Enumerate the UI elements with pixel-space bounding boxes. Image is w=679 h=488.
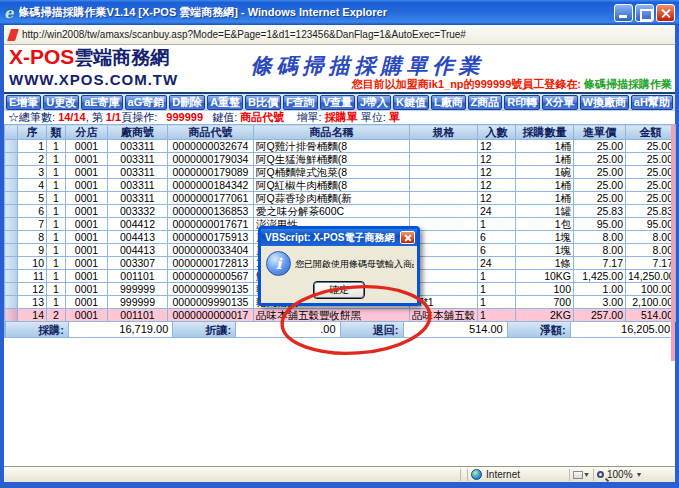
- row-selector[interactable]: [5, 257, 18, 270]
- table-cell[interactable]: 100: [516, 283, 574, 296]
- toolbar-button[interactable]: aE寄庫: [81, 95, 122, 110]
- table-cell[interactable]: 1條: [516, 257, 574, 270]
- table-cell[interactable]: [410, 166, 478, 179]
- table-cell[interactable]: 003311: [108, 166, 168, 179]
- table-cell[interactable]: 0001: [66, 270, 108, 283]
- toolbar-button[interactable]: aG寄銷: [125, 95, 168, 110]
- table-cell[interactable]: 1: [47, 179, 66, 192]
- protected-mode-icon[interactable]: [573, 471, 583, 479]
- table-cell[interactable]: 25.00: [574, 166, 626, 179]
- table-cell[interactable]: 12: [18, 283, 47, 296]
- table-cell[interactable]: 003311: [108, 179, 168, 192]
- table-cell[interactable]: 1塊: [516, 231, 574, 244]
- table-cell[interactable]: 0000000177061: [168, 192, 254, 205]
- minimize-button[interactable]: [614, 4, 633, 22]
- table-cell[interactable]: 0000000136853: [168, 205, 254, 218]
- table-cell[interactable]: 003311: [108, 153, 168, 166]
- row-selector[interactable]: [5, 218, 18, 231]
- table-cell[interactable]: 003311: [108, 192, 168, 205]
- table-cell[interactable]: 0000000033404: [168, 244, 254, 257]
- table-cell[interactable]: 13: [18, 296, 47, 309]
- table-cell[interactable]: 514.00: [626, 309, 676, 322]
- toolbar-button[interactable]: D刪除: [169, 95, 205, 110]
- table-cell[interactable]: 0001: [66, 205, 108, 218]
- table-cell[interactable]: 1.00: [574, 283, 626, 296]
- table-cell[interactable]: 阿Q蒜香珍肉桶麵(新: [254, 192, 410, 205]
- table-cell[interactable]: 95.00: [574, 218, 626, 231]
- table-cell[interactable]: 1: [47, 166, 66, 179]
- table-cell[interactable]: 25.00: [626, 153, 676, 166]
- table-cell[interactable]: 1: [47, 153, 66, 166]
- table-cell[interactable]: 1桶: [516, 179, 574, 192]
- row-selector[interactable]: [5, 140, 18, 153]
- table-cell[interactable]: 6: [478, 244, 516, 257]
- table-cell[interactable]: 0001: [66, 153, 108, 166]
- table-cell[interactable]: 004413: [108, 231, 168, 244]
- table-cell[interactable]: 1桶: [516, 140, 574, 153]
- table-cell[interactable]: 25.00: [626, 179, 676, 192]
- table-cell[interactable]: 25.00: [626, 166, 676, 179]
- row-selector[interactable]: [5, 309, 18, 322]
- table-cell[interactable]: 1: [47, 205, 66, 218]
- table-cell[interactable]: 1: [47, 231, 66, 244]
- table-cell[interactable]: 999999: [108, 296, 168, 309]
- table-cell[interactable]: 001101: [108, 270, 168, 283]
- table-cell[interactable]: 0000000179034: [168, 153, 254, 166]
- toolbar-button[interactable]: Z商品: [468, 95, 503, 110]
- table-cell[interactable]: 10KG: [516, 270, 574, 283]
- table-cell[interactable]: 1: [47, 244, 66, 257]
- table-cell[interactable]: 0000000172813: [168, 257, 254, 270]
- table-cell[interactable]: 7: [18, 218, 47, 231]
- table-cell[interactable]: 阿Q生猛海鮮桶麵(8: [254, 153, 410, 166]
- table-cell[interactable]: 12: [478, 153, 516, 166]
- dialog-close-icon[interactable]: [400, 231, 415, 244]
- zoom-dropdown-icon[interactable]: ▼: [636, 471, 643, 478]
- table-cell[interactable]: 愛之味分解茶600C: [254, 205, 410, 218]
- row-selector[interactable]: [5, 270, 18, 283]
- table-cell[interactable]: 0000000184342: [168, 179, 254, 192]
- table-cell[interactable]: 1: [478, 218, 516, 231]
- table-cell[interactable]: 阿Q雞汁排骨桶麵(8: [254, 140, 410, 153]
- table-cell[interactable]: 12: [478, 179, 516, 192]
- table-cell[interactable]: 12: [478, 140, 516, 153]
- table-cell[interactable]: 14,250.00: [626, 270, 676, 283]
- row-selector[interactable]: [5, 283, 18, 296]
- table-cell[interactable]: 1: [18, 140, 47, 153]
- table-cell[interactable]: 0001: [66, 192, 108, 205]
- table-cell[interactable]: 2: [47, 309, 66, 322]
- table-cell[interactable]: 003307: [108, 257, 168, 270]
- table-cell[interactable]: 0001: [66, 244, 108, 257]
- row-selector[interactable]: [5, 166, 18, 179]
- maximize-button[interactable]: [635, 4, 654, 22]
- row-selector[interactable]: [5, 153, 18, 166]
- table-cell[interactable]: 0000000032674: [168, 140, 254, 153]
- table-cell[interactable]: 0001: [66, 283, 108, 296]
- table-cell[interactable]: 1罐: [516, 205, 574, 218]
- ok-button[interactable]: 確定: [314, 282, 364, 298]
- table-cell[interactable]: 0001: [66, 309, 108, 322]
- table-cell[interactable]: 7.17: [574, 257, 626, 270]
- toolbar-button[interactable]: E增筆: [6, 95, 41, 110]
- toolbar-button[interactable]: W換廠商: [580, 95, 629, 110]
- table-cell[interactable]: [410, 153, 478, 166]
- table-cell[interactable]: 257.00: [574, 309, 626, 322]
- toolbar-button[interactable]: R印轉: [504, 95, 540, 110]
- table-cell[interactable]: 25.83: [574, 205, 626, 218]
- table-cell[interactable]: 95.00: [626, 218, 676, 231]
- table-cell[interactable]: 1: [47, 140, 66, 153]
- table-cell[interactable]: 14: [18, 309, 47, 322]
- table-cell[interactable]: 8.00: [626, 244, 676, 257]
- zoom-control[interactable]: 100% ▼: [597, 469, 675, 480]
- table-cell[interactable]: 8: [18, 231, 47, 244]
- table-cell[interactable]: 1,425.00: [574, 270, 626, 283]
- table-cell[interactable]: 1: [47, 218, 66, 231]
- table-cell[interactable]: 6: [18, 205, 47, 218]
- table-cell[interactable]: 0001: [66, 257, 108, 270]
- table-cell[interactable]: 0001: [66, 231, 108, 244]
- table-cell[interactable]: 0001: [66, 218, 108, 231]
- table-cell[interactable]: 1: [478, 296, 516, 309]
- table-cell[interactable]: [410, 140, 478, 153]
- table-cell[interactable]: 999999: [108, 283, 168, 296]
- table-cell[interactable]: 阿Q桶麵韓式泡菜(8: [254, 166, 410, 179]
- table-cell[interactable]: 9: [18, 244, 47, 257]
